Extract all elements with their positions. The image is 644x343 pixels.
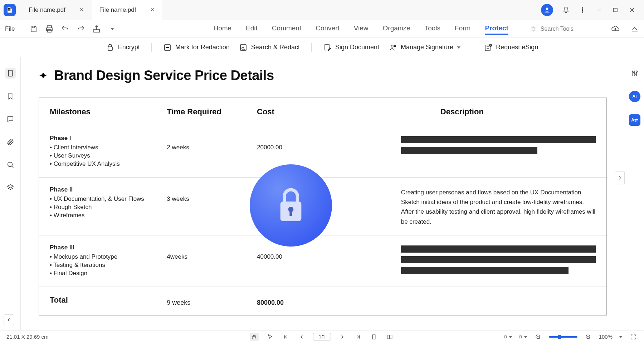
- svg-rect-11: [47, 26, 52, 28]
- minimize-icon[interactable]: [595, 6, 602, 14]
- tab-label: File name.pdf: [29, 6, 65, 14]
- tab-file-1[interactable]: File name.pdf ×: [21, 0, 92, 20]
- next-page-icon[interactable]: [338, 333, 347, 341]
- share-icon[interactable]: [92, 25, 101, 33]
- svg-rect-41: [289, 211, 292, 216]
- manage-signature-button[interactable]: Manage Signature: [389, 43, 460, 52]
- titlebar: File name.pdf × File name.pdf ×: [0, 0, 644, 20]
- notification-icon[interactable]: [562, 6, 570, 14]
- tab-comment[interactable]: Comment: [272, 23, 301, 35]
- hand-tool-icon[interactable]: [250, 333, 259, 341]
- tab-form[interactable]: Form: [455, 23, 470, 35]
- tab-tools[interactable]: Tools: [425, 23, 440, 35]
- tab-convert[interactable]: Convert: [316, 23, 340, 35]
- svg-rect-0: [9, 8, 10, 9]
- svg-point-36: [632, 71, 633, 73]
- cloud-upload-icon[interactable]: [611, 25, 620, 33]
- fullscreen-icon[interactable]: [629, 333, 638, 341]
- mark-redaction-button[interactable]: Mark for Redaction: [163, 43, 230, 52]
- tab-close-icon[interactable]: ×: [80, 6, 84, 14]
- collapse-right-panel-icon[interactable]: [615, 172, 625, 184]
- tab-close-icon[interactable]: ×: [151, 6, 155, 14]
- redacted-bar: [401, 267, 569, 274]
- select-tool-icon[interactable]: [266, 333, 274, 341]
- zoom-in-icon[interactable]: [584, 333, 592, 341]
- sign-document-button[interactable]: Sign Document: [323, 43, 379, 52]
- last-page-icon[interactable]: [354, 333, 362, 341]
- redo-icon[interactable]: [77, 25, 85, 33]
- comments-icon[interactable]: [5, 114, 16, 124]
- undo-icon[interactable]: [61, 25, 69, 33]
- single-page-icon[interactable]: [370, 333, 378, 341]
- separator: [311, 43, 312, 52]
- star-icon: ✦: [39, 69, 48, 82]
- search-redact-button[interactable]: Search & Redact: [239, 43, 300, 52]
- layers-icon[interactable]: [5, 182, 16, 193]
- search-tools-input[interactable]: [541, 26, 591, 32]
- dropdown-icon[interactable]: [108, 25, 117, 33]
- save-icon[interactable]: [29, 25, 38, 33]
- tab-file-2[interactable]: File name.pdf ×: [92, 0, 162, 20]
- ai-badge-icon[interactable]: AI: [629, 91, 640, 102]
- more-icon[interactable]: [579, 6, 586, 14]
- thumbnails-icon[interactable]: [5, 68, 16, 79]
- total-cost: 80000.00: [246, 287, 390, 315]
- search-icon[interactable]: [5, 159, 16, 170]
- tool-label: Manage Signature: [401, 44, 453, 51]
- tab-view[interactable]: View: [354, 23, 369, 35]
- tool-label: Encrypt: [118, 44, 140, 51]
- menu-tabs: Home Edit Comment Convert View Organize …: [213, 23, 508, 35]
- tool-label: Search & Redact: [251, 44, 300, 51]
- separator: [472, 43, 472, 52]
- zoom-dropdown-icon[interactable]: [619, 336, 623, 338]
- translate-badge-icon[interactable]: A⇄: [629, 114, 640, 126]
- svg-rect-44: [372, 335, 375, 339]
- file-menu[interactable]: File: [5, 25, 15, 33]
- tab-home[interactable]: Home: [213, 23, 231, 35]
- total-label: Total: [39, 287, 156, 315]
- chevron-down-icon: [457, 46, 460, 49]
- first-page-icon[interactable]: [282, 333, 290, 341]
- app-logo-icon[interactable]: [4, 4, 16, 16]
- search-tools[interactable]: [530, 25, 591, 33]
- view-mode-icon[interactable]: [519, 333, 527, 341]
- svg-point-25: [394, 45, 396, 47]
- tab-edit[interactable]: Edit: [246, 23, 258, 35]
- zoom-slider[interactable]: [549, 336, 577, 338]
- svg-point-15: [532, 27, 535, 30]
- time-cell: 4weeks: [156, 235, 246, 287]
- svg-rect-45: [387, 335, 389, 339]
- close-icon[interactable]: [628, 6, 635, 14]
- svg-point-29: [8, 162, 12, 167]
- redacted-bar: [401, 136, 596, 143]
- tab-organize[interactable]: Organize: [383, 23, 410, 35]
- svg-point-2: [546, 8, 548, 10]
- tool-label: Request eSign: [496, 44, 538, 51]
- tab-label: File name.pdf: [99, 6, 136, 14]
- collapse-left-icon[interactable]: [4, 314, 14, 325]
- document-content: ✦ Brand Design Service Price Details Mil…: [21, 57, 625, 330]
- svg-rect-46: [390, 335, 392, 339]
- prev-page-icon[interactable]: [297, 333, 306, 341]
- bookmarks-icon[interactable]: [5, 91, 16, 101]
- svg-point-4: [582, 9, 583, 10]
- collapse-up-icon[interactable]: [630, 25, 639, 33]
- two-page-icon[interactable]: [385, 333, 394, 341]
- cost-cell: 20000.00: [246, 126, 390, 177]
- attachments-icon[interactable]: [5, 136, 16, 147]
- tab-protect[interactable]: Protect: [485, 23, 508, 35]
- table-row: Phase III• Mockups and Prototype• Testin…: [39, 235, 606, 287]
- print-icon[interactable]: [45, 25, 54, 33]
- fit-width-icon[interactable]: [504, 333, 512, 341]
- statusbar: 21.01 X 29.69 cm 100%: [0, 330, 644, 343]
- page-input[interactable]: [313, 333, 331, 340]
- maximize-icon[interactable]: [612, 6, 619, 14]
- table-header: Milestones Time Required Cost Descriptio…: [39, 98, 606, 126]
- zoom-out-icon[interactable]: [534, 333, 542, 341]
- encrypt-button[interactable]: Encrypt: [106, 43, 140, 52]
- user-avatar-icon[interactable]: [541, 4, 553, 16]
- request-esign-button[interactable]: Request eSign: [484, 43, 538, 52]
- settings-icon[interactable]: [629, 68, 640, 79]
- milestones-cell: Phase I• Client Interviews• User Surveys…: [39, 126, 156, 177]
- tool-label: Sign Document: [335, 44, 379, 51]
